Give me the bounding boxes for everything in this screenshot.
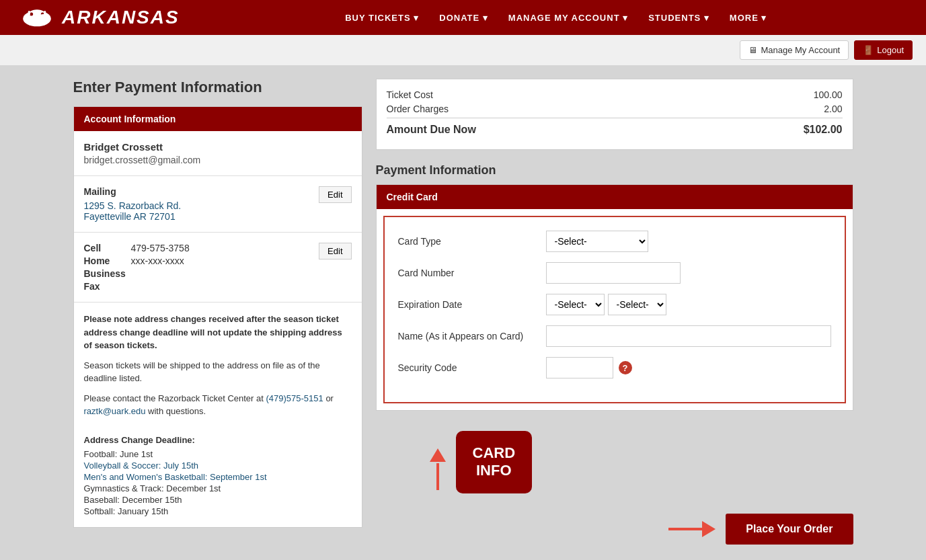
- ticket-cost-value: 100.00: [814, 89, 843, 100]
- more-link[interactable]: MORE ▾: [730, 13, 767, 23]
- ticket-cost-row: Ticket Cost 100.00: [387, 89, 843, 100]
- card-number-row: Card Number: [398, 262, 831, 284]
- logout-button[interactable]: 🚪 Logout: [854, 40, 913, 60]
- manage-account-link[interactable]: MANAGE MY ACCOUNT ▾: [508, 13, 628, 23]
- list-item: Softball: January 15th: [84, 506, 352, 517]
- nav-links: BUY TICKETS ▾ DONATE ▾ MANAGE MY ACCOUNT…: [206, 13, 906, 23]
- home-value: xxx-xxx-xxxx: [131, 255, 190, 266]
- place-order-button[interactable]: Place Your Order: [726, 514, 853, 545]
- edit-phone-button[interactable]: Edit: [319, 243, 351, 259]
- card-number-label: Card Number: [398, 268, 546, 278]
- phone-link[interactable]: (479)575-5151: [266, 393, 323, 403]
- card-info-line2: INFO: [476, 462, 512, 479]
- amount-due-label: Amount Due Now: [387, 124, 476, 136]
- deadline-block: Address Change Deadline: Football: June …: [74, 435, 362, 527]
- card-info-badge: CARD INFO: [456, 431, 533, 493]
- home-label: Home: [84, 255, 131, 266]
- account-info-header: Account Information: [74, 107, 362, 131]
- security-code-input[interactable]: [546, 357, 613, 378]
- logo: ARKANSAS: [20, 5, 180, 30]
- basketball-link[interactable]: Men's and Women's Basketball: September …: [84, 472, 267, 482]
- phone-block: Cell 479-575-3758 Home xxx-xxx-xxxx Busi…: [74, 233, 362, 303]
- security-label: Security Code: [398, 362, 546, 373]
- list-item: Volleyball & Soccer: July 15th: [84, 460, 352, 471]
- security-row: Security Code ?: [398, 357, 831, 378]
- page-title: Enter Payment Information: [73, 79, 362, 96]
- amount-due-row: Amount Due Now $102.00: [387, 118, 843, 136]
- svg-rect-5: [28, 11, 30, 15]
- right-panel: Ticket Cost 100.00 Order Charges 2.00 Am…: [376, 79, 853, 545]
- deadline-list: Football: June 1st Volleyball & Soccer: …: [84, 448, 352, 517]
- exp-year-select[interactable]: -Select- 20242025 20262027 20282029: [608, 294, 666, 315]
- expiration-row: Expiration Date -Select- 0102 0304 0506 …: [398, 294, 831, 315]
- account-box: Account Information Bridget Crossett bri…: [73, 106, 362, 528]
- order-section: Place Your Order: [376, 514, 853, 545]
- notice-block: Please note address changes received aft…: [74, 303, 362, 435]
- list-item: Men's and Women's Basketball: September …: [84, 471, 352, 483]
- address-line1: 1295 S. Razorback Rd.: [84, 200, 182, 211]
- list-item: Football: June 1st: [84, 448, 352, 460]
- card-info-annotation: CARD INFO: [376, 431, 853, 493]
- email-link[interactable]: raztk@uark.edu: [84, 406, 146, 416]
- navbar: ARKANSAS BUY TICKETS ▾ DONATE ▾ MANAGE M…: [0, 0, 926, 35]
- order-charges-label: Order Charges: [387, 104, 449, 114]
- manage-icon: 🖥: [748, 45, 757, 55]
- account-email: bridget.crossett@gmail.com: [84, 155, 352, 165]
- logout-icon: 🚪: [863, 45, 874, 55]
- card-number-input[interactable]: [546, 262, 681, 284]
- top-bar: 🖥 Manage My Account 🚪 Logout: [0, 35, 926, 65]
- arrow-right-icon: [668, 521, 716, 537]
- card-type-label: Card Type: [398, 236, 546, 247]
- cell-label: Cell: [84, 243, 131, 253]
- cell-value: 479-575-3758: [131, 243, 190, 253]
- mailing-info: Mailing 1295 S. Razorback Rd. Fayettevil…: [84, 186, 182, 222]
- deadline-title: Address Change Deadline:: [84, 435, 352, 445]
- payment-info-title: Payment Information: [376, 163, 853, 177]
- contact-text: Please contact the Razorback Ticket Cent…: [84, 392, 352, 418]
- phone-grid: Cell 479-575-3758 Home xxx-xxx-xxxx Busi…: [84, 243, 190, 292]
- mailing-label: Mailing: [84, 186, 182, 197]
- razorback-logo-icon: [20, 5, 54, 30]
- name-row: Name (As it Appears on Card): [398, 325, 831, 347]
- manage-account-label: Manage My Account: [761, 45, 840, 55]
- exp-month-select[interactable]: -Select- 0102 0304 0506 0708 0910 1112: [546, 294, 605, 315]
- main-content: Enter Payment Information Account Inform…: [60, 65, 867, 558]
- card-type-row: Card Type -Select- Visa Mastercard Ameri…: [398, 231, 831, 252]
- buy-tickets-link[interactable]: BUY TICKETS ▾: [345, 13, 419, 23]
- manage-account-button[interactable]: 🖥 Manage My Account: [740, 40, 849, 60]
- order-charges-value: 2.00: [824, 104, 842, 114]
- notice-bold: Please note address changes received aft…: [84, 314, 342, 350]
- account-info-block: Bridget Crossett bridget.crossett@gmail.…: [74, 131, 362, 176]
- order-charges-row: Order Charges 2.00: [387, 104, 843, 114]
- expiry-group: -Select- 0102 0304 0506 0708 0910 1112 -…: [546, 294, 666, 315]
- fax-value: [131, 281, 190, 292]
- account-name: Bridget Crossett: [84, 141, 352, 153]
- list-item: Gymnastics & Track: December 1st: [84, 483, 352, 494]
- security-group: ?: [546, 357, 632, 378]
- ticket-cost-label: Ticket Cost: [387, 89, 434, 100]
- donate-link[interactable]: DONATE ▾: [439, 13, 488, 23]
- card-info-line1: CARD: [473, 444, 516, 461]
- name-label: Name (As it Appears on Card): [398, 331, 546, 342]
- card-type-select[interactable]: -Select- Visa Mastercard American Expres…: [546, 231, 648, 252]
- edit-address-button[interactable]: Edit: [319, 186, 351, 203]
- fax-label: Fax: [84, 281, 131, 292]
- students-link[interactable]: STUDENTS ▾: [648, 13, 709, 23]
- arrow-up-icon: [430, 448, 446, 490]
- left-panel: Enter Payment Information Account Inform…: [73, 79, 362, 545]
- cost-summary: Ticket Cost 100.00 Order Charges 2.00 Am…: [376, 79, 853, 150]
- business-value: [131, 268, 190, 279]
- notice-text-1: Please note address changes received aft…: [84, 313, 352, 352]
- site-title: ARKANSAS: [62, 7, 180, 28]
- credit-card-box: Credit Card Card Type -Select- Visa Mast…: [376, 184, 853, 411]
- notice-text-2: Season tickets will be shipped to the ad…: [84, 359, 352, 385]
- address-line2: Fayetteville AR 72701: [84, 211, 182, 222]
- card-form: Card Type -Select- Visa Mastercard Ameri…: [383, 216, 846, 403]
- credit-card-header: Credit Card: [377, 185, 853, 209]
- expiration-label: Expiration Date: [398, 299, 546, 310]
- security-help-icon[interactable]: ?: [619, 361, 632, 374]
- name-input[interactable]: [546, 325, 831, 347]
- mailing-block: Mailing 1295 S. Razorback Rd. Fayettevil…: [74, 176, 362, 233]
- amount-due-value: $102.00: [804, 124, 843, 136]
- volleyball-soccer-link[interactable]: Volleyball & Soccer: July 15th: [84, 461, 199, 471]
